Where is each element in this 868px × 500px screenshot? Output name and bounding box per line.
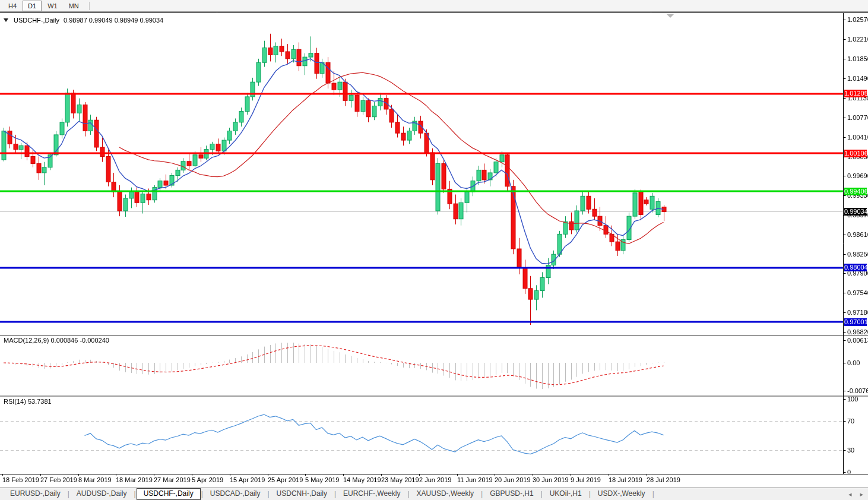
macd-tick-label: 0.00: [847, 359, 860, 366]
date-label: 25 Apr 2019: [268, 476, 303, 483]
date-label: 18 Jul 2019: [609, 476, 642, 483]
date-label: 2 Jun 2019: [419, 476, 451, 483]
tab-usdx-weekly[interactable]: USDX-,Weekly: [591, 489, 652, 499]
macd-tick-label: -0.007612: [847, 387, 868, 394]
date-label: 15 Apr 2019: [230, 476, 265, 483]
tab-scroll-right-icon[interactable]: ▸: [860, 490, 863, 498]
tab-usdchf-daily[interactable]: USDCHF-,Daily: [137, 488, 201, 500]
price-level-badge: 0.98004: [844, 264, 867, 271]
price-level-badge: 0.99406: [844, 188, 867, 195]
rsi-tick-label: 30: [847, 447, 854, 454]
symbol-label: USDCHF-,Daily: [14, 17, 59, 24]
date-label: 18 Mar 2019: [116, 476, 153, 483]
tab-eurusd-daily[interactable]: EURUSD-,Daily: [4, 489, 67, 499]
tab-xauusd-weekly[interactable]: XAUUSD-,Weekly: [410, 489, 480, 499]
price-tick-label: 1.01850: [847, 55, 868, 62]
rsi-tick-label: 100: [847, 395, 858, 403]
chart-window: USDCHF-,Daily 0.98987 0.99049 0.98949 0.…: [0, 12, 868, 488]
tab-gbpusd-h1[interactable]: GBPUSD-,H1: [483, 489, 540, 499]
date-label: 5 May 2019: [305, 476, 339, 483]
date-label: 18 Feb 2019: [2, 476, 39, 483]
date-label: 28 Jul 2019: [647, 476, 680, 483]
tab-scroll-left-icon[interactable]: ◂: [848, 490, 852, 498]
price-tick-label: 0.97540: [847, 289, 868, 296]
price-chart-canvas[interactable]: [0, 12, 868, 488]
tab-separator: |: [652, 490, 655, 498]
rsi-indicator-label: RSI(14) 53.7381: [4, 398, 52, 405]
timeframe-toolbar: H4D1W1MN: [0, 0, 868, 12]
date-label: 8 Mar 2019: [78, 476, 112, 483]
price-tick-label: 0.98610: [847, 231, 868, 238]
price-level-badge: 1.01205: [844, 90, 867, 97]
macd-indicator-label: MACD(12,26,9) 0.000846 -0.000240: [4, 337, 109, 344]
tab-eurchf-weekly[interactable]: EURCHF-,Weekly: [337, 489, 407, 499]
tab-audusd-daily[interactable]: AUDUSD-,Daily: [70, 489, 134, 499]
date-label: 20 Jun 2019: [495, 476, 531, 483]
macd-tick-label: 0.00613: [847, 337, 868, 344]
tab-ukoil-h1[interactable]: UKOil-,H1: [543, 489, 588, 499]
date-label: 11 Jun 2019: [457, 476, 493, 483]
date-label: 5 Apr 2019: [192, 476, 223, 483]
price-tick-label: 1.00410: [847, 134, 868, 141]
chart-title: USDCHF-,Daily 0.98987 0.99049 0.98949 0.…: [4, 17, 163, 24]
price-tick-label: 0.96820: [847, 328, 868, 336]
price-tick-label: 1.02570: [847, 16, 868, 23]
price-level-badge: 1.00106: [844, 150, 867, 157]
timeframe-button-w1[interactable]: W1: [42, 1, 63, 11]
ohlc-values: 0.98987 0.99049 0.98949 0.99034: [64, 17, 163, 24]
price-tick-label: 0.99690: [847, 172, 868, 179]
date-label: 14 May 2019: [343, 476, 381, 483]
timeframe-button-mn[interactable]: MN: [64, 1, 84, 11]
date-label: 27 Mar 2019: [154, 476, 191, 483]
tab-usdcnh-daily[interactable]: USDCNH-,Daily: [270, 489, 334, 499]
current-price-badge: 0.99034: [844, 208, 867, 216]
rsi-tick-label: 0: [847, 469, 851, 476]
price-tick-label: 1.02210: [847, 36, 868, 43]
date-label: 9 Jul 2019: [571, 476, 601, 483]
timeframe-button-d1[interactable]: D1: [23, 1, 42, 11]
chart-dropdown-icon[interactable]: [4, 18, 8, 22]
price-tick-label: 0.98250: [847, 251, 868, 258]
tab-usdcad-daily[interactable]: USDCAD-,Daily: [204, 489, 267, 499]
timeframe-button-h4[interactable]: H4: [3, 1, 22, 11]
price-tick-label: 1.01490: [847, 75, 868, 82]
date-label: 30 Jun 2019: [533, 476, 569, 483]
price-level-badge: 0.97001: [844, 318, 867, 326]
chart-tab-bar: EURUSD-,Daily|AUDUSD-,Daily|USDCHF-,Dail…: [0, 488, 868, 500]
rsi-tick-label: 70: [847, 417, 854, 425]
price-tick-label: 0.97180: [847, 309, 868, 316]
date-label: 23 May 2019: [381, 476, 419, 483]
chart-shift-icon[interactable]: [666, 14, 674, 18]
date-label: 27 Feb 2019: [40, 476, 77, 483]
toolbar-separator: [89, 2, 90, 10]
tab-scroll-arrows: ◂ ▸: [848, 490, 863, 498]
price-tick-label: 1.00770: [847, 114, 868, 121]
